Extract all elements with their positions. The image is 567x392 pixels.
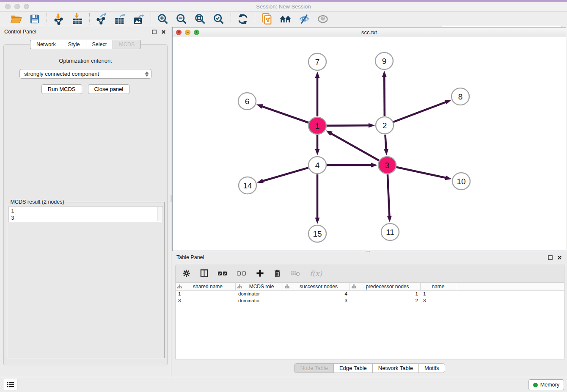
hide-selected-icon[interactable] [298, 13, 311, 25]
table-toolbar: f(x) [176, 264, 564, 283]
graph-edge-3-10[interactable] [396, 167, 446, 178]
run-mcds-button[interactable]: Run MCDS [41, 84, 82, 94]
cell-predecessor-nodes[interactable]: 2 [350, 298, 421, 305]
column-header-shared-name[interactable]: shared name [176, 283, 236, 290]
network-overview-icon[interactable] [279, 13, 292, 25]
export-image-icon[interactable] [132, 13, 145, 25]
add-column-icon[interactable] [256, 269, 264, 277]
result-scrollbar[interactable] [157, 207, 162, 221]
graph-edge-1-6[interactable] [261, 106, 308, 123]
zoom-out-icon[interactable] [175, 13, 188, 25]
graph-edge-1-2[interactable] [327, 125, 369, 126]
column-label: name [422, 284, 454, 290]
float-panel-icon[interactable] [151, 28, 157, 35]
mcds-result-title: MCDS result (2 nodes) [9, 199, 66, 205]
cell-name[interactable]: 3 [421, 298, 456, 305]
zoom-in-icon[interactable] [157, 13, 169, 25]
import-table-icon[interactable] [71, 13, 84, 25]
graph-node-label-15: 15 [313, 229, 322, 238]
import-network-icon[interactable] [52, 13, 65, 25]
select-all-checks-icon[interactable] [218, 271, 227, 276]
cell-predecessor-nodes[interactable]: 1 [350, 291, 421, 298]
float-table-panel-icon[interactable] [547, 254, 553, 261]
mcds-result-text[interactable]: 1 3 [8, 206, 163, 222]
close-table-panel-icon[interactable] [556, 254, 563, 261]
export-table-icon[interactable] [114, 13, 127, 25]
arrowhead-icon [382, 71, 387, 77]
arrowhead-icon [315, 218, 320, 224]
refresh-layout-icon[interactable] [237, 13, 249, 25]
arrowhead-icon [256, 104, 263, 108]
column-type-icon [237, 284, 242, 289]
save-session-icon[interactable] [28, 13, 41, 25]
control-panel: Control Panel NetworkStyleSelectMCDS Opt… [0, 26, 171, 377]
show-all-icon[interactable] [317, 13, 329, 25]
zoom-selected-icon[interactable] [212, 13, 225, 25]
graph-edge-3-11[interactable] [388, 174, 389, 217]
cell-shared-name[interactable]: 3 [176, 298, 236, 305]
graph-node-label-9: 9 [382, 57, 387, 66]
graph-edge-2-9[interactable] [384, 76, 385, 116]
column-header-MCDS-role[interactable]: MCDS role [236, 283, 283, 290]
memory-button[interactable]: Memory [528, 379, 564, 390]
close-panel-button[interactable]: Close panel [88, 84, 130, 94]
column-label: successor nodes [289, 284, 348, 290]
criterion-dropdown-value: strongly connected component [24, 71, 145, 77]
column-header-name[interactable]: name [421, 283, 456, 290]
function-builder-icon[interactable]: f(x) [310, 269, 322, 278]
cell-successor-nodes[interactable]: 4 [283, 291, 350, 298]
column-header-successor-nodes[interactable]: successor nodes [283, 283, 350, 290]
column-label: predecessor nodes [356, 284, 418, 290]
graph-node-label-1: 1 [315, 121, 320, 130]
open-session-icon[interactable] [10, 13, 22, 25]
mcds-result-group: MCDS result (2 nodes) 1 3 [7, 199, 165, 358]
arrowhead-icon [384, 149, 388, 155]
cell-shared-name[interactable]: 1 [176, 291, 236, 298]
graph-edge-2-8[interactable] [394, 102, 446, 122]
export-network-icon[interactable] [95, 13, 108, 25]
arrowhead-icon [326, 130, 333, 135]
control-panel-header: Control Panel [0, 26, 171, 37]
clone-network-icon[interactable] [261, 13, 273, 25]
table-panel-tabs: Node TableEdge TableNetwork TableMotifs [172, 363, 567, 373]
tab-motifs[interactable]: Motifs [418, 363, 445, 373]
arrowhead-icon [315, 149, 320, 155]
cell-successor-nodes[interactable]: 3 [283, 298, 350, 305]
arrowhead-icon [445, 100, 451, 104]
column-header-predecessor-nodes[interactable]: predecessor nodes [350, 283, 421, 290]
delete-column-icon[interactable] [274, 269, 281, 277]
tab-style[interactable]: Style [62, 40, 86, 49]
optimization-criterion-label: Optimization criterion: [59, 58, 112, 64]
clear-all-checks-icon[interactable] [237, 271, 246, 276]
graph-edge-4-14[interactable] [262, 168, 308, 181]
graph-edge-3-1[interactable] [330, 133, 379, 161]
delete-table-icon[interactable] [291, 270, 300, 276]
chevron-updown-icon [145, 72, 149, 77]
tab-node-table[interactable]: Node Table [294, 363, 333, 373]
table-row[interactable]: 1dominator411 [176, 291, 564, 298]
tab-edge-table[interactable]: Edge Table [333, 363, 372, 373]
settings-icon[interactable] [182, 269, 190, 277]
cell-MCDS-role[interactable]: dominator [236, 291, 283, 298]
criterion-dropdown[interactable]: strongly connected component [19, 69, 151, 79]
table-row[interactable]: 3dominator323 [176, 298, 564, 305]
close-panel-icon[interactable] [160, 28, 167, 35]
cell-MCDS-role[interactable]: dominator [236, 298, 283, 305]
tab-mcds[interactable]: MCDS [113, 40, 141, 49]
app-titlebar: Session: New Session [0, 2, 567, 12]
tab-network[interactable]: Network [30, 40, 62, 49]
network-window-titlebar[interactable]: × − + scc.txt [173, 28, 566, 37]
task-history-button[interactable] [4, 379, 17, 390]
memory-button-label: Memory [540, 382, 559, 388]
tab-network-table[interactable]: Network Table [372, 363, 418, 373]
show-columns-icon[interactable] [200, 269, 208, 277]
network-canvas[interactable]: 7968124314101511 [173, 37, 566, 250]
column-type-icon [177, 284, 182, 289]
cell-name[interactable]: 1 [421, 291, 456, 298]
tab-select[interactable]: Select [86, 40, 113, 49]
graph-edge-2-3[interactable] [385, 135, 386, 150]
arrowhead-icon [315, 72, 320, 78]
zoom-fit-icon[interactable] [194, 13, 206, 25]
arrowhead-icon [387, 216, 392, 222]
vertical-splitter-handle[interactable] [170, 195, 172, 202]
